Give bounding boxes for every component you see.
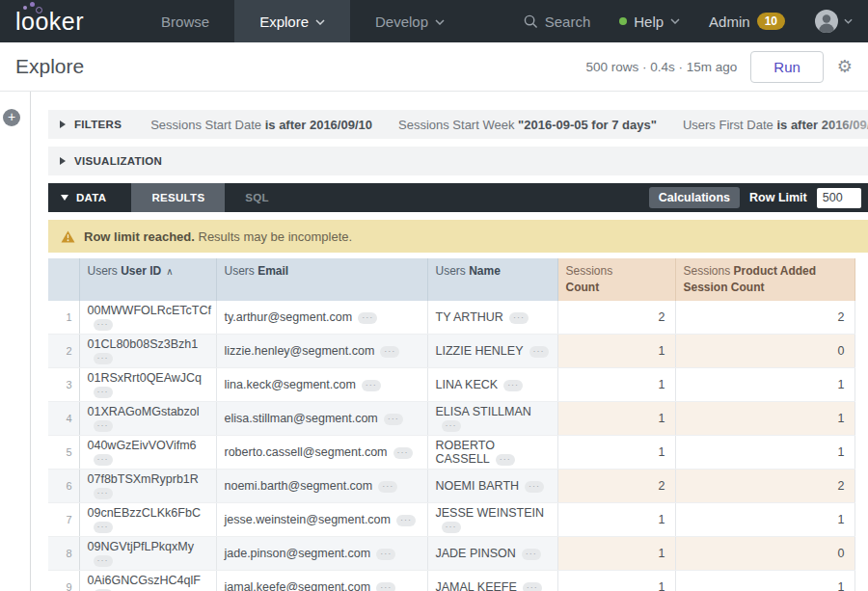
cell-product-added-session-count[interactable]: 0 — [675, 334, 854, 367]
cell-menu-icon[interactable]: ··· — [509, 312, 529, 324]
cell-user-id[interactable]: 01CL80b08Sz3Bzh1··· — [79, 334, 216, 367]
cell-name[interactable]: LIZZIE HENLEY··· — [427, 334, 557, 367]
cell-menu-icon[interactable]: ··· — [503, 380, 523, 391]
cell-user-id[interactable]: 040wGzEivVOVifm6··· — [79, 435, 216, 469]
cell-menu-icon[interactable]: ··· — [384, 414, 403, 425]
cell-user-id[interactable]: 09NGVtjPfLPkqxMy··· — [79, 536, 216, 570]
cell-menu-icon[interactable]: ··· — [94, 353, 113, 364]
cell-email[interactable]: jamal.keefe@segment.com··· — [216, 570, 427, 591]
cell-product-added-session-count[interactable]: 1 — [675, 435, 854, 469]
cell-name[interactable]: ROBERTO CASSELL··· — [427, 435, 557, 469]
cell-count[interactable]: 1 — [557, 401, 675, 435]
calculations-button[interactable]: Calculations — [649, 187, 740, 208]
user-id-value: 0Ai6GNCGszHC4qlF — [88, 574, 201, 587]
cell-menu-icon[interactable]: ··· — [442, 522, 461, 533]
cell-menu-icon[interactable]: ··· — [362, 380, 381, 391]
filters-panel[interactable]: FILTERS Sessions Start Date is after 201… — [48, 110, 868, 139]
cell-email[interactable]: jesse.weinstein@segment.com··· — [216, 502, 427, 536]
run-button[interactable]: Run — [750, 51, 824, 83]
cell-menu-icon[interactable]: ··· — [376, 549, 395, 560]
cell-count[interactable]: 1 — [557, 334, 675, 367]
cell-product-added-session-count[interactable]: 1 — [675, 367, 854, 401]
cell-email[interactable]: ty.arthur@segment.com··· — [216, 301, 427, 335]
cell-menu-icon[interactable]: ··· — [525, 481, 544, 493]
cell-user-id[interactable]: 07f8bTSXmRyprb1R··· — [79, 469, 216, 502]
cell-menu-icon[interactable]: ··· — [94, 522, 113, 533]
cell-count[interactable]: 2 — [557, 469, 675, 502]
nav-item-explore[interactable]: Explore — [234, 0, 350, 42]
nav-item-browse[interactable]: Browse — [136, 0, 234, 42]
cell-menu-icon[interactable]: ··· — [442, 420, 461, 432]
cell-menu-icon[interactable]: ··· — [496, 454, 515, 466]
cell-user-id[interactable]: 00MWWFOLRcETcTCf··· — [79, 301, 216, 335]
cell-name[interactable]: JADE PINSON··· — [427, 536, 557, 570]
cell-product-added-session-count[interactable]: 2 — [675, 469, 854, 502]
cell-name[interactable]: JESSE WEINSTEIN··· — [427, 502, 557, 536]
visualization-panel[interactable]: VISUALIZATION — [48, 147, 868, 175]
cell-count[interactable]: 2 — [557, 301, 675, 335]
avatar-icon — [814, 9, 839, 34]
cell-email[interactable]: lizzie.henley@segment.com··· — [216, 334, 427, 367]
cell-count[interactable]: 1 — [557, 435, 675, 469]
gear-icon[interactable]: ⚙ — [837, 58, 853, 75]
tab-sql[interactable]: SQL — [225, 183, 289, 212]
nav-help[interactable]: Help — [619, 13, 680, 30]
cell-menu-icon[interactable]: ··· — [94, 420, 113, 432]
name-value: TY ARTHUR — [436, 310, 503, 324]
cell-name[interactable]: JAMAL KEEFE··· — [427, 570, 557, 591]
cell-menu-icon[interactable]: ··· — [378, 481, 397, 493]
cell-email[interactable]: jade.pinson@segment.com··· — [216, 536, 427, 570]
cell-count[interactable]: 1 — [557, 502, 675, 536]
cell-name[interactable]: ELISA STILLMAN··· — [427, 401, 557, 435]
email-value: lina.keck@segment.com — [225, 378, 356, 391]
cell-user-id[interactable]: 09cnEBzzCLKk6FbC··· — [79, 502, 216, 536]
cell-user-id[interactable]: 01RSxRrt0QEAwJCq··· — [79, 367, 216, 401]
column-header-product-added-session-count[interactable]: Sessions Product Added Session Count — [675, 258, 854, 301]
cell-menu-icon[interactable]: ··· — [380, 346, 399, 358]
cell-product-added-session-count[interactable]: 1 — [675, 570, 854, 591]
cell-menu-icon[interactable]: ··· — [94, 387, 113, 398]
add-field-button[interactable]: + — [3, 109, 20, 126]
row-number: 2 — [48, 334, 79, 367]
cell-menu-icon[interactable]: ··· — [94, 319, 113, 331]
cell-menu-icon[interactable]: ··· — [529, 346, 549, 358]
cell-email[interactable]: elisa.stillman@segment.com··· — [216, 401, 427, 435]
cell-menu-icon[interactable]: ··· — [522, 549, 541, 560]
cell-menu-icon[interactable]: ··· — [358, 312, 377, 324]
cell-user-id[interactable]: 01XRAGoMGstabzol··· — [79, 401, 216, 435]
looker-logo[interactable]: looker — [0, 0, 103, 42]
cell-menu-icon[interactable]: ··· — [94, 555, 113, 567]
cell-product-added-session-count[interactable]: 2 — [675, 301, 854, 335]
nav-search[interactable]: Search — [524, 13, 591, 30]
column-header-email[interactable]: Users Email — [216, 258, 427, 301]
cell-email[interactable]: roberto.cassell@segment.com··· — [216, 435, 427, 469]
data-section-toggle[interactable]: DATA — [48, 183, 131, 212]
cell-name[interactable]: LINA KECK··· — [427, 367, 557, 401]
cell-count[interactable]: 1 — [557, 367, 675, 401]
cell-menu-icon[interactable]: ··· — [523, 582, 542, 591]
cell-menu-icon[interactable]: ··· — [396, 515, 416, 526]
cell-menu-icon[interactable]: ··· — [94, 488, 113, 499]
cell-email[interactable]: noemi.barth@segment.com··· — [216, 469, 427, 502]
cell-count[interactable]: 1 — [557, 570, 675, 591]
cell-menu-icon[interactable]: ··· — [393, 447, 413, 459]
column-header-count[interactable]: SessionsCount — [557, 258, 675, 301]
row-limit-input[interactable] — [817, 188, 861, 208]
cell-name[interactable]: TY ARTHUR··· — [427, 301, 557, 335]
cell-name[interactable]: NOEMI BARTH··· — [427, 469, 557, 502]
user-menu[interactable] — [814, 9, 853, 34]
column-header-user-id[interactable]: Users User ID∧ — [79, 258, 216, 301]
cell-menu-icon[interactable]: ··· — [376, 582, 395, 591]
cell-user-id[interactable]: 0Ai6GNCGszHC4qlF··· — [79, 570, 216, 591]
chevron-down-icon — [315, 19, 325, 25]
cell-product-added-session-count[interactable]: 1 — [675, 401, 854, 435]
column-header-name[interactable]: Users Name — [427, 258, 557, 301]
tab-results[interactable]: RESULTS — [131, 183, 225, 212]
nav-item-develop[interactable]: Develop — [350, 0, 470, 42]
cell-email[interactable]: lina.keck@segment.com··· — [216, 367, 427, 401]
cell-count[interactable]: 1 — [557, 536, 675, 570]
nav-admin[interactable]: Admin 10 — [709, 13, 785, 30]
cell-menu-icon[interactable]: ··· — [94, 454, 113, 466]
cell-product-added-session-count[interactable]: 1 — [675, 502, 854, 536]
cell-product-added-session-count[interactable]: 0 — [675, 536, 854, 570]
